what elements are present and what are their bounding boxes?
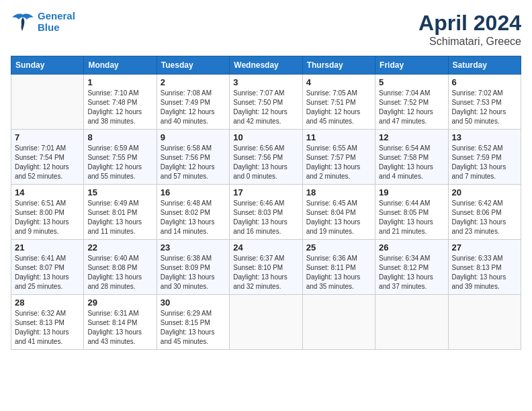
calendar-title: April 2024 bbox=[418, 11, 521, 36]
day-info: Sunrise: 6:31 AM Sunset: 8:14 PM Dayligh… bbox=[87, 309, 152, 347]
day-number: 8 bbox=[87, 132, 152, 142]
day-number: 20 bbox=[452, 187, 517, 197]
day-info: Sunrise: 6:51 AM Sunset: 8:00 PM Dayligh… bbox=[15, 199, 80, 236]
calendar-week-3: 21Sunrise: 6:41 AM Sunset: 8:07 PM Dayli… bbox=[11, 240, 521, 295]
day-number: 5 bbox=[379, 77, 444, 87]
calendar-week-0: 1Sunrise: 7:10 AM Sunset: 7:48 PM Daylig… bbox=[11, 75, 521, 130]
calendar-cell: 19Sunrise: 6:44 AM Sunset: 8:05 PM Dayli… bbox=[375, 185, 448, 240]
calendar-cell: 2Sunrise: 7:08 AM Sunset: 7:49 PM Daylig… bbox=[157, 75, 229, 130]
day-number: 15 bbox=[87, 187, 152, 197]
weekday-header-monday: Monday bbox=[84, 56, 157, 75]
weekday-header-wednesday: Wednesday bbox=[230, 56, 302, 75]
weekday-header-sunday: Sunday bbox=[11, 56, 84, 75]
calendar-cell: 22Sunrise: 6:40 AM Sunset: 8:08 PM Dayli… bbox=[84, 240, 157, 295]
calendar-cell: 17Sunrise: 6:46 AM Sunset: 8:03 PM Dayli… bbox=[230, 185, 302, 240]
day-info: Sunrise: 6:36 AM Sunset: 8:11 PM Dayligh… bbox=[306, 254, 371, 291]
day-info: Sunrise: 6:52 AM Sunset: 7:59 PM Dayligh… bbox=[452, 144, 517, 181]
calendar-cell bbox=[448, 295, 521, 350]
day-number: 18 bbox=[306, 187, 371, 197]
weekday-header-row: SundayMondayTuesdayWednesdayThursdayFrid… bbox=[11, 56, 521, 75]
day-info: Sunrise: 6:48 AM Sunset: 8:02 PM Dayligh… bbox=[161, 199, 226, 236]
day-number: 22 bbox=[87, 242, 152, 253]
day-number: 17 bbox=[233, 187, 298, 197]
calendar-cell: 1Sunrise: 7:10 AM Sunset: 7:48 PM Daylig… bbox=[84, 75, 157, 130]
day-number: 9 bbox=[161, 132, 226, 142]
calendar-cell bbox=[230, 295, 302, 350]
day-number: 3 bbox=[233, 77, 298, 87]
day-info: Sunrise: 6:41 AM Sunset: 8:07 PM Dayligh… bbox=[15, 254, 80, 291]
logo-text: General Blue bbox=[38, 11, 75, 33]
day-info: Sunrise: 7:02 AM Sunset: 7:53 PM Dayligh… bbox=[452, 89, 517, 126]
day-number: 28 bbox=[15, 298, 80, 308]
calendar-cell: 25Sunrise: 6:36 AM Sunset: 8:11 PM Dayli… bbox=[302, 240, 375, 295]
calendar-cell: 18Sunrise: 6:45 AM Sunset: 8:04 PM Dayli… bbox=[302, 185, 375, 240]
day-info: Sunrise: 7:10 AM Sunset: 7:48 PM Dayligh… bbox=[87, 89, 152, 126]
day-info: Sunrise: 6:34 AM Sunset: 8:12 PM Dayligh… bbox=[379, 254, 444, 291]
day-number: 29 bbox=[87, 298, 152, 308]
calendar-cell: 30Sunrise: 6:29 AM Sunset: 8:15 PM Dayli… bbox=[157, 295, 229, 350]
day-info: Sunrise: 6:54 AM Sunset: 7:58 PM Dayligh… bbox=[379, 144, 444, 181]
day-number: 26 bbox=[379, 242, 444, 253]
calendar-week-2: 14Sunrise: 6:51 AM Sunset: 8:00 PM Dayli… bbox=[11, 185, 521, 240]
day-number: 19 bbox=[379, 187, 444, 197]
calendar-cell: 20Sunrise: 6:42 AM Sunset: 8:06 PM Dayli… bbox=[448, 185, 521, 240]
day-info: Sunrise: 6:33 AM Sunset: 8:13 PM Dayligh… bbox=[452, 254, 517, 291]
calendar-cell: 10Sunrise: 6:56 AM Sunset: 7:56 PM Dayli… bbox=[230, 130, 302, 185]
calendar-cell: 27Sunrise: 6:33 AM Sunset: 8:13 PM Dayli… bbox=[448, 240, 521, 295]
day-info: Sunrise: 7:07 AM Sunset: 7:50 PM Dayligh… bbox=[233, 89, 298, 126]
calendar-cell: 5Sunrise: 7:04 AM Sunset: 7:52 PM Daylig… bbox=[375, 75, 448, 130]
day-number: 16 bbox=[161, 187, 226, 197]
day-info: Sunrise: 6:56 AM Sunset: 7:56 PM Dayligh… bbox=[233, 144, 298, 181]
calendar-cell: 6Sunrise: 7:02 AM Sunset: 7:53 PM Daylig… bbox=[448, 75, 521, 130]
calendar-cell: 8Sunrise: 6:59 AM Sunset: 7:55 PM Daylig… bbox=[84, 130, 157, 185]
day-info: Sunrise: 6:29 AM Sunset: 8:15 PM Dayligh… bbox=[161, 309, 226, 347]
weekday-header-saturday: Saturday bbox=[448, 56, 521, 75]
calendar-cell bbox=[375, 295, 448, 350]
day-info: Sunrise: 6:40 AM Sunset: 8:08 PM Dayligh… bbox=[87, 254, 152, 291]
calendar-cell: 9Sunrise: 6:58 AM Sunset: 7:56 PM Daylig… bbox=[157, 130, 229, 185]
day-number: 14 bbox=[15, 187, 80, 197]
calendar-cell: 13Sunrise: 6:52 AM Sunset: 7:59 PM Dayli… bbox=[448, 130, 521, 185]
day-number: 13 bbox=[452, 132, 517, 142]
day-number: 30 bbox=[161, 298, 226, 308]
day-number: 12 bbox=[379, 132, 444, 142]
title-block: April 2024 Schimatari, Greece bbox=[418, 11, 521, 48]
calendar-week-4: 28Sunrise: 6:32 AM Sunset: 8:13 PM Dayli… bbox=[11, 295, 521, 350]
calendar-cell: 12Sunrise: 6:54 AM Sunset: 7:58 PM Dayli… bbox=[375, 130, 448, 185]
calendar-subtitle: Schimatari, Greece bbox=[418, 36, 521, 48]
day-info: Sunrise: 6:58 AM Sunset: 7:56 PM Dayligh… bbox=[161, 144, 226, 181]
day-number: 25 bbox=[306, 242, 371, 253]
day-number: 7 bbox=[15, 132, 80, 142]
calendar-cell: 15Sunrise: 6:49 AM Sunset: 8:01 PM Dayli… bbox=[84, 185, 157, 240]
weekday-header-thursday: Thursday bbox=[302, 56, 375, 75]
logo-icon bbox=[11, 12, 35, 32]
day-info: Sunrise: 6:49 AM Sunset: 8:01 PM Dayligh… bbox=[87, 199, 152, 236]
day-info: Sunrise: 7:05 AM Sunset: 7:51 PM Dayligh… bbox=[306, 89, 371, 126]
day-info: Sunrise: 7:04 AM Sunset: 7:52 PM Dayligh… bbox=[379, 89, 444, 126]
page-header: General Blue April 2024 Schimatari, Gree… bbox=[11, 11, 521, 48]
day-info: Sunrise: 6:46 AM Sunset: 8:03 PM Dayligh… bbox=[233, 199, 298, 236]
calendar-cell bbox=[11, 75, 84, 130]
day-info: Sunrise: 6:59 AM Sunset: 7:55 PM Dayligh… bbox=[87, 144, 152, 181]
day-info: Sunrise: 6:32 AM Sunset: 8:13 PM Dayligh… bbox=[15, 309, 80, 347]
day-info: Sunrise: 6:45 AM Sunset: 8:04 PM Dayligh… bbox=[306, 199, 371, 236]
day-number: 23 bbox=[161, 242, 226, 253]
calendar-cell: 11Sunrise: 6:55 AM Sunset: 7:57 PM Dayli… bbox=[302, 130, 375, 185]
weekday-header-tuesday: Tuesday bbox=[157, 56, 229, 75]
calendar-cell: 29Sunrise: 6:31 AM Sunset: 8:14 PM Dayli… bbox=[84, 295, 157, 350]
calendar-cell: 16Sunrise: 6:48 AM Sunset: 8:02 PM Dayli… bbox=[157, 185, 229, 240]
calendar-cell: 24Sunrise: 6:37 AM Sunset: 8:10 PM Dayli… bbox=[230, 240, 302, 295]
calendar-cell: 23Sunrise: 6:38 AM Sunset: 8:09 PM Dayli… bbox=[157, 240, 229, 295]
day-info: Sunrise: 7:01 AM Sunset: 7:54 PM Dayligh… bbox=[15, 144, 80, 181]
day-info: Sunrise: 6:42 AM Sunset: 8:06 PM Dayligh… bbox=[452, 199, 517, 236]
calendar-cell: 21Sunrise: 6:41 AM Sunset: 8:07 PM Dayli… bbox=[11, 240, 84, 295]
calendar-cell: 26Sunrise: 6:34 AM Sunset: 8:12 PM Dayli… bbox=[375, 240, 448, 295]
calendar-cell: 14Sunrise: 6:51 AM Sunset: 8:00 PM Dayli… bbox=[11, 185, 84, 240]
calendar-table: SundayMondayTuesdayWednesdayThursdayFrid… bbox=[11, 56, 521, 350]
logo: General Blue bbox=[11, 11, 75, 33]
calendar-cell: 4Sunrise: 7:05 AM Sunset: 7:51 PM Daylig… bbox=[302, 75, 375, 130]
weekday-header-friday: Friday bbox=[375, 56, 448, 75]
day-number: 1 bbox=[87, 77, 152, 87]
day-number: 11 bbox=[306, 132, 371, 142]
day-info: Sunrise: 6:37 AM Sunset: 8:10 PM Dayligh… bbox=[233, 254, 298, 291]
